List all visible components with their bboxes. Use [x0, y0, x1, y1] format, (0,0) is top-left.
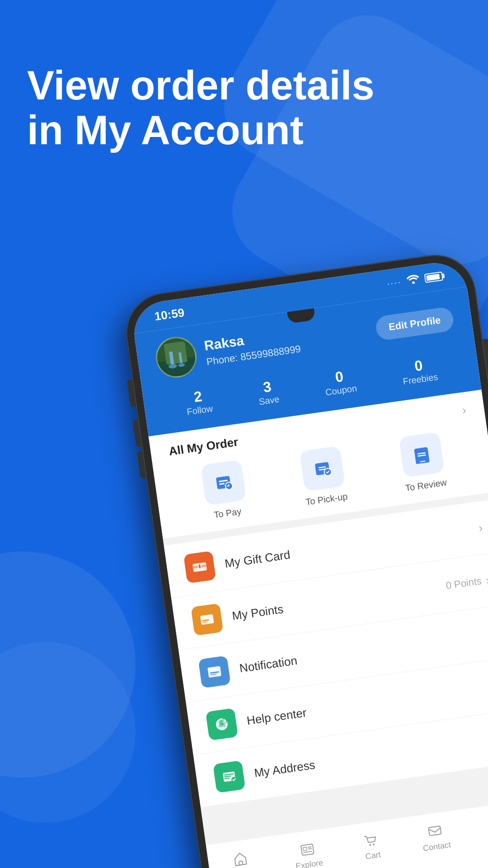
stat-coupon[interactable]: 0 Coupon	[323, 367, 358, 398]
order-item-to-pickup[interactable]: To Pick-up	[299, 446, 348, 508]
svg-rect-3	[164, 341, 188, 365]
gift-card-label: My Gift Card	[224, 547, 291, 571]
notification-icon-wrapper	[198, 656, 230, 688]
svg-line-41	[304, 851, 312, 853]
stat-follow[interactable]: 2 Follow	[184, 387, 214, 417]
svg-point-0	[412, 281, 415, 284]
gift-card-chevron: ›	[478, 520, 483, 535]
help-label: Help center	[246, 705, 307, 727]
stat-save-label: Save	[258, 394, 280, 406]
order-item-to-pay[interactable]: To Pay	[200, 460, 249, 521]
svg-rect-37	[301, 844, 314, 855]
content-area: All My Order ›	[149, 390, 488, 845]
nav-item-cart[interactable]: Cart	[362, 832, 381, 861]
to-pickup-label: To Pick-up	[305, 491, 348, 508]
phone-shell: 10:59 ····	[121, 250, 488, 868]
battery-icon	[424, 272, 443, 283]
order-item-to-review[interactable]: To Review	[398, 432, 447, 494]
svg-line-39	[308, 847, 311, 847]
nav-item-explore[interactable]: Explore	[292, 840, 324, 868]
avatar	[153, 334, 199, 380]
svg-line-40	[309, 849, 311, 849]
phone-screen: 10:59 ····	[130, 259, 488, 868]
points-chevron: ›	[485, 573, 488, 587]
svg-point-42	[369, 844, 371, 846]
stat-save[interactable]: 3 Save	[256, 377, 280, 407]
to-pickup-icon-bg	[299, 446, 345, 492]
nav-explore-label: Explore	[295, 858, 324, 868]
status-dots: ····	[386, 277, 402, 288]
to-pay-label: To Pay	[213, 506, 242, 520]
headline-line1: View order details	[27, 63, 375, 108]
points-value: 0 Points	[445, 575, 482, 592]
order-section-title: All My Order	[168, 435, 239, 458]
to-review-icon-bg	[399, 432, 445, 478]
notification-label: Notification	[239, 653, 298, 675]
address-label: My Address	[253, 758, 316, 780]
wifi-icon	[406, 273, 420, 288]
gift-card-icon-wrapper	[183, 551, 216, 583]
menu-section: My Gift Card ›	[164, 499, 488, 807]
stat-save-number: 3	[256, 377, 278, 397]
nav-item-contact[interactable]: Contact	[420, 822, 451, 854]
svg-point-43	[373, 844, 375, 846]
nav-item-home[interactable]: Home	[229, 850, 254, 868]
svg-rect-36	[239, 861, 243, 865]
profile-info: Raksa Phone: 85599888999	[153, 320, 302, 380]
stat-freebies[interactable]: 0 Freebies	[400, 355, 438, 387]
address-icon-wrapper	[213, 760, 245, 793]
order-chevron-icon: ›	[461, 403, 467, 417]
profile-text: Raksa Phone: 85599888999	[203, 325, 302, 368]
nav-cart-label: Cart	[365, 850, 381, 862]
points-icon-wrapper	[191, 603, 223, 636]
to-pay-icon-bg	[200, 460, 246, 506]
headline: View order details in My Account	[27, 63, 375, 153]
help-icon-wrapper	[206, 708, 238, 741]
svg-rect-44	[428, 826, 441, 835]
nav-contact-label: Contact	[422, 840, 451, 853]
points-label: My Points	[231, 602, 284, 623]
edit-profile-button[interactable]: Edit Profile	[375, 306, 455, 341]
status-icons: ····	[386, 270, 444, 290]
phone-wrapper: 10:59 ····	[121, 250, 488, 868]
to-review-label: To Review	[405, 477, 448, 494]
status-time: 10:59	[154, 305, 185, 323]
svg-rect-38	[303, 847, 307, 851]
headline-line2: in My Account	[27, 108, 304, 153]
